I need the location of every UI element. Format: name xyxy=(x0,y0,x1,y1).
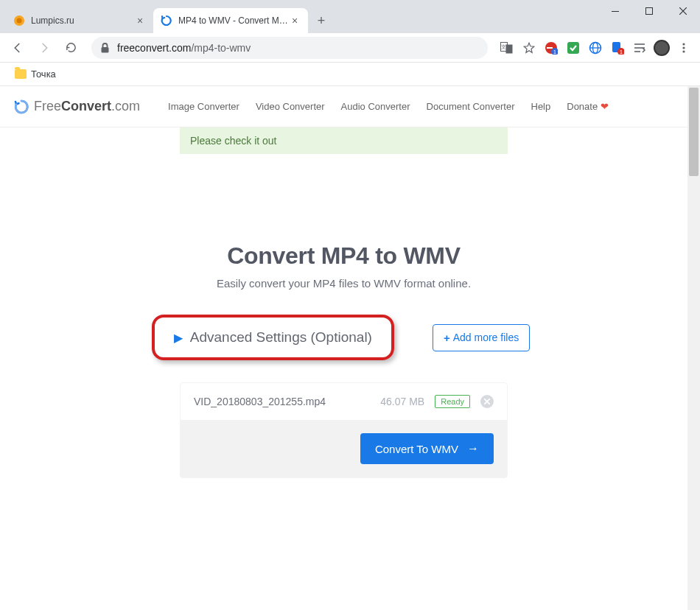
advanced-settings-label: Advanced Settings (Optional) xyxy=(190,329,372,346)
page-heading: Convert MP4 to WMV xyxy=(0,242,687,270)
tab-title: Lumpics.ru xyxy=(31,15,134,26)
svg-point-25 xyxy=(682,46,685,49)
tab-title: MP4 to WMV - Convert MP4 to W xyxy=(178,15,289,26)
bookmark-label: Точка xyxy=(31,69,56,80)
extension-globe-icon[interactable] xyxy=(585,38,606,58)
svg-text:1: 1 xyxy=(553,49,556,55)
bookmark-item[interactable]: Точка xyxy=(9,66,62,83)
file-card-footer: Convert To WMV → xyxy=(181,420,507,477)
nav-help[interactable]: Help xyxy=(531,101,551,112)
notice-banner: Please check it out xyxy=(180,127,508,154)
svg-rect-6 xyxy=(506,44,513,53)
url-path: /mp4-to-wmv xyxy=(191,42,251,54)
window-minimize[interactable] xyxy=(598,0,632,22)
nav-reload-button[interactable] xyxy=(59,36,83,60)
address-bar[interactable]: freeconvert.com/mp4-to-wmv xyxy=(91,37,488,59)
svg-rect-0 xyxy=(612,11,619,12)
extension-adblock-icon[interactable]: 1 xyxy=(541,38,561,58)
nav-audio-converter[interactable]: Audio Converter xyxy=(341,101,410,112)
svg-rect-12 xyxy=(567,42,579,54)
file-size: 46.07 MB xyxy=(380,396,424,407)
logo-icon xyxy=(13,99,29,115)
bookmark-star-icon[interactable] xyxy=(519,38,539,58)
tab-close-icon[interactable]: × xyxy=(289,15,301,27)
caret-right-icon: ▶ xyxy=(174,331,183,345)
logo-text: FreeConvert.com xyxy=(34,99,140,114)
add-more-label: Add more files xyxy=(453,332,519,343)
convert-button-label: Convert To WMV xyxy=(375,443,458,455)
browser-tab[interactable]: Lumpics.ru × xyxy=(6,8,153,33)
nav-donate[interactable]: Donate ❤ xyxy=(567,101,609,112)
extension-check-icon[interactable] xyxy=(563,38,584,58)
svg-rect-9 xyxy=(547,47,553,49)
window-close[interactable] xyxy=(666,0,700,22)
nav-document-converter[interactable]: Document Converter xyxy=(427,101,515,112)
svg-point-3 xyxy=(17,18,22,24)
scrollbar-track[interactable] xyxy=(687,86,700,610)
tab-close-icon[interactable]: × xyxy=(134,15,146,27)
controls-row: ▶ Advanced Settings (Optional) + Add mor… xyxy=(0,319,687,356)
site-nav: Image Converter Video Converter Audio Co… xyxy=(168,101,609,112)
lock-icon xyxy=(100,43,110,53)
advanced-settings-toggle[interactable]: ▶ Advanced Settings (Optional) xyxy=(158,319,388,356)
main-section: Convert MP4 to WMV Easily convert your M… xyxy=(0,242,687,478)
file-name: VID_20180803_201255.mp4 xyxy=(194,396,370,407)
convert-button[interactable]: Convert To WMV → xyxy=(360,433,494,464)
arrow-right-icon: → xyxy=(467,442,479,455)
file-row: VID_20180803_201255.mp4 46.07 MB Ready xyxy=(181,383,507,420)
page-viewport: FreeConvert.com Image Converter Video Co… xyxy=(0,86,700,610)
favicon-freeconvert xyxy=(161,15,172,27)
toolbar-right: 文 1 1 xyxy=(497,38,694,58)
new-tab-button[interactable]: + xyxy=(311,10,332,31)
svg-text:文: 文 xyxy=(501,44,506,49)
add-more-files-button[interactable]: + Add more files xyxy=(433,324,530,351)
browser-tab-active[interactable]: MP4 to WMV - Convert MP4 to W × xyxy=(153,8,308,33)
plus-icon: + xyxy=(444,332,450,344)
svg-text:1: 1 xyxy=(620,49,623,55)
svg-rect-1 xyxy=(646,8,653,15)
reading-list-icon[interactable] xyxy=(629,38,650,58)
status-badge: Ready xyxy=(435,395,470,408)
nav-forward-button[interactable] xyxy=(32,36,56,60)
translate-icon[interactable]: 文 xyxy=(497,38,517,58)
svg-point-26 xyxy=(682,50,685,52)
remove-file-button[interactable] xyxy=(480,395,494,408)
svg-point-24 xyxy=(682,43,685,45)
browser-toolbar: freeconvert.com/mp4-to-wmv 文 1 1 xyxy=(0,33,700,63)
window-titlebar xyxy=(0,0,700,6)
tab-strip: Lumpics.ru × MP4 to WMV - Convert MP4 to… xyxy=(0,6,700,33)
file-list-card: VID_20180803_201255.mp4 46.07 MB Ready C… xyxy=(180,382,508,478)
favicon-lumpics xyxy=(13,15,25,27)
svg-rect-4 xyxy=(102,47,109,53)
nav-image-converter[interactable]: Image Converter xyxy=(168,101,239,112)
bookmarks-bar: Точка xyxy=(0,63,700,86)
heart-icon: ❤ xyxy=(601,101,609,112)
extension-blue-badge-icon[interactable]: 1 xyxy=(607,38,628,58)
chrome-menu-icon[interactable] xyxy=(673,38,694,58)
scrollbar-thumb[interactable] xyxy=(689,88,699,176)
svg-point-23 xyxy=(655,41,668,55)
window-controls xyxy=(598,0,700,33)
url-host: freeconvert.com xyxy=(117,42,191,54)
nav-video-converter[interactable]: Video Converter xyxy=(256,101,325,112)
site-logo[interactable]: FreeConvert.com xyxy=(13,99,140,115)
nav-back-button[interactable] xyxy=(6,36,29,60)
site-header: FreeConvert.com Image Converter Video Co… xyxy=(0,86,687,127)
profile-avatar[interactable] xyxy=(651,38,672,58)
window-maximize[interactable] xyxy=(632,0,666,22)
folder-icon xyxy=(15,69,27,79)
page-subheading: Easily convert your MP4 files to WMV for… xyxy=(0,277,687,290)
